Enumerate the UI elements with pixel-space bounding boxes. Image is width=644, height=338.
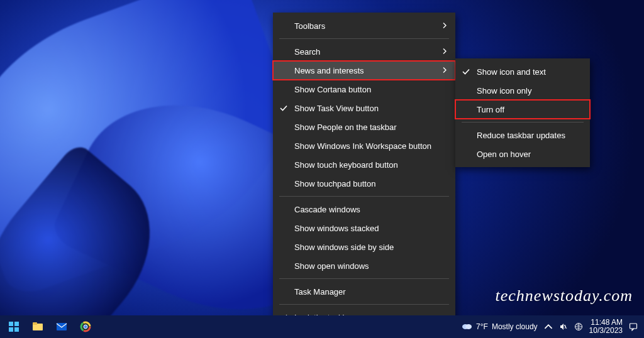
menu-item-ink[interactable]: Show Windows Ink Workspace button	[273, 136, 455, 155]
tray-overflow-icon[interactable]	[544, 322, 553, 331]
start-button[interactable]	[3, 317, 25, 337]
clock[interactable]: 11:48 AM 10/3/2023	[589, 319, 623, 335]
menu-item-stacked[interactable]: Show windows stacked	[273, 219, 455, 237]
svg-rect-6	[33, 322, 37, 325]
menu-label: Show open windows	[294, 261, 369, 271]
submenu-item-icon-only[interactable]: Show icon only	[455, 81, 590, 100]
chevron-right-icon	[441, 21, 448, 31]
menu-separator	[462, 122, 584, 123]
menu-item-touch-keyboard[interactable]: Show touch keyboard button	[273, 155, 455, 174]
chevron-right-icon	[441, 47, 448, 57]
menu-separator	[279, 278, 449, 279]
svg-rect-2	[14, 322, 19, 326]
svg-point-15	[465, 324, 472, 329]
menu-item-news-and-interests[interactable]: News and interests	[273, 61, 455, 80]
menu-label: Show touchpad button	[294, 179, 375, 188]
cloud-icon	[461, 322, 472, 332]
submenu-item-turn-off[interactable]: Turn off	[455, 100, 590, 119]
menu-item-cortana[interactable]: Show Cortana button	[273, 80, 455, 99]
menu-label: Search	[294, 47, 320, 57]
submenu-item-icon-and-text[interactable]: Show icon and text	[455, 62, 590, 81]
weather-widget[interactable]: 7°F Mostly cloudy	[461, 322, 538, 332]
weather-temp: 7°F	[476, 322, 488, 331]
weather-desc: Mostly cloudy	[492, 322, 538, 331]
volume-icon[interactable]	[559, 322, 568, 331]
svg-rect-18	[630, 324, 637, 329]
menu-label: Show windows side by side	[294, 243, 394, 252]
menu-label: Cascade windows	[294, 205, 360, 214]
check-icon	[279, 104, 288, 112]
menu-label: Task Manager	[294, 287, 346, 297]
menu-label: Show Cortana button	[294, 85, 371, 94]
menu-separator	[279, 196, 449, 197]
menu-item-touchpad[interactable]: Show touchpad button	[273, 174, 455, 193]
menu-item-search[interactable]: Search	[273, 42, 455, 61]
menu-label: Show Task View button	[294, 104, 379, 113]
submenu-item-reduce-updates[interactable]: Reduce taskbar updates	[455, 126, 590, 144]
svg-rect-7	[57, 323, 67, 330]
chrome-button[interactable]	[74, 317, 97, 337]
menu-label: Show windows stacked	[294, 224, 379, 233]
check-icon	[462, 67, 470, 76]
menu-separator	[279, 38, 449, 39]
taskbar-context-menu: Toolbars Search News and interests Show …	[273, 13, 455, 338]
menu-label: Show People on the taskbar	[294, 123, 397, 132]
menu-label: Show icon only	[477, 86, 531, 95]
submenu-item-open-on-hover[interactable]: Open on hover	[455, 144, 590, 163]
news-interests-submenu: Show icon and text Show icon only Turn o…	[455, 58, 590, 167]
system-tray: 7°F Mostly cloudy 11:48 AM 10/3/2023	[461, 315, 644, 338]
menu-separator	[279, 304, 449, 305]
mail-button[interactable]	[50, 317, 73, 337]
menu-label: News and interests	[294, 66, 364, 75]
menu-item-cascade[interactable]: Cascade windows	[273, 200, 455, 219]
taskbar: 7°F Mostly cloudy 11:48 AM 10/3/2023	[0, 315, 644, 338]
svg-rect-4	[14, 327, 19, 332]
menu-item-people[interactable]: Show People on the taskbar	[273, 117, 455, 136]
menu-item-show-open[interactable]: Show open windows	[273, 256, 455, 275]
file-explorer-button[interactable]	[26, 317, 49, 337]
menu-label: Turn off	[477, 105, 504, 114]
watermark-text: technewstoday.com	[496, 286, 633, 305]
menu-label: Show touch keyboard button	[294, 160, 398, 170]
svg-rect-1	[9, 322, 13, 326]
menu-label: Reduce taskbar updates	[477, 131, 565, 140]
chevron-right-icon	[441, 66, 448, 75]
svg-rect-3	[9, 327, 13, 332]
menu-item-toolbars[interactable]: Toolbars	[273, 16, 455, 35]
action-center-icon[interactable]	[629, 322, 638, 331]
menu-item-task-view[interactable]: Show Task View button	[273, 99, 455, 117]
menu-label: Show Windows Ink Workspace button	[294, 141, 431, 151]
menu-label: Open on hover	[477, 150, 531, 159]
menu-label: Show icon and text	[477, 67, 546, 77]
clock-date: 10/3/2023	[589, 327, 623, 335]
menu-item-task-manager[interactable]: Task Manager	[273, 282, 455, 301]
menu-item-side-by-side[interactable]: Show windows side by side	[273, 237, 455, 256]
network-icon[interactable]	[574, 322, 583, 331]
menu-label: Toolbars	[294, 21, 325, 31]
